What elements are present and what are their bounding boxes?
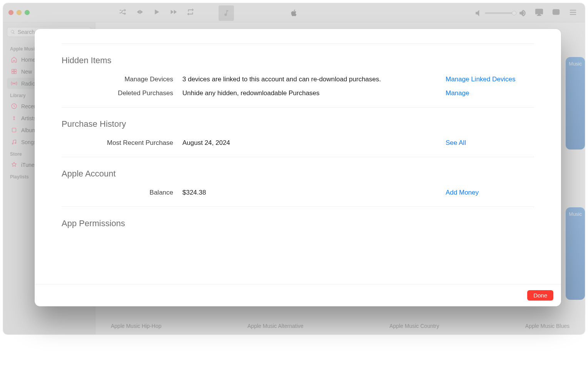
row-value: Unhide any hidden, redownloadable Purcha… [182, 89, 436, 97]
radio-card-2[interactable]: Music [566, 207, 585, 300]
sidebar-item-label: Radio [21, 81, 35, 87]
station-captions: Apple Music Hip-Hop Apple Music Alternat… [111, 323, 570, 329]
row-value: August 24, 2024 [182, 139, 436, 147]
radio-card-1[interactable]: Music [566, 57, 585, 150]
list-icon[interactable] [569, 8, 577, 18]
done-button[interactable]: Done [527, 290, 553, 301]
svg-rect-4 [14, 72, 16, 74]
svg-point-7 [13, 116, 15, 118]
volume-control[interactable] [474, 9, 526, 17]
svg-point-5 [13, 83, 15, 84]
svg-rect-8 [12, 128, 16, 132]
window-minimize-button[interactable] [17, 10, 22, 15]
playback-controls [119, 8, 195, 18]
account-settings-modal: Hidden Items Manage Devices 3 devices ar… [35, 29, 561, 306]
window-close-button[interactable] [8, 10, 13, 15]
station-subtitle: Apple Music Country [389, 323, 439, 329]
svg-point-9 [12, 143, 13, 144]
search-icon [10, 29, 15, 35]
svg-rect-0 [553, 10, 560, 15]
row-balance: Balance $324.38 Add Money [62, 186, 534, 200]
manage-hidden-purchases-link[interactable]: Manage [446, 89, 469, 97]
row-most-recent-purchase: Most Recent Purchase August 24, 2024 See… [62, 136, 534, 150]
window-zoom-button[interactable] [25, 10, 30, 15]
sidebar-item-label: Songs [21, 139, 37, 145]
row-label: Manage Devices [62, 76, 173, 83]
section-title-app-permissions: App Permissions [62, 218, 534, 229]
svg-rect-1 [12, 69, 14, 71]
sidebar-item-label: Home [21, 57, 35, 63]
see-all-purchases-link[interactable]: See All [446, 139, 466, 146]
station-subtitle: Apple Music Hip-Hop [111, 323, 162, 329]
right-toolbar [474, 8, 577, 18]
volume-slider[interactable] [485, 12, 516, 14]
svg-rect-2 [14, 69, 16, 71]
row-label: Balance [62, 189, 173, 197]
card-label: Music [569, 211, 582, 217]
row-value: $324.38 [182, 189, 436, 197]
add-money-link[interactable]: Add Money [446, 189, 479, 196]
shuffle-icon[interactable] [119, 8, 127, 18]
svg-point-10 [15, 143, 16, 144]
airplay-icon[interactable] [535, 8, 543, 18]
music-note-icon [222, 9, 230, 17]
manage-linked-devices-link[interactable]: Manage Linked Devices [446, 76, 515, 83]
sidebar-item-label: New [21, 69, 32, 75]
row-deleted-purchases: Deleted Purchases Unhide any hidden, red… [62, 86, 534, 100]
section-title-hidden-items: Hidden Items [62, 55, 534, 66]
row-label: Deleted Purchases [62, 89, 173, 97]
apple-logo-icon [290, 8, 298, 18]
row-manage-devices: Manage Devices 3 devices are linked to t… [62, 72, 534, 86]
section-title-apple-account: Apple Account [62, 169, 534, 179]
lyrics-icon[interactable] [552, 8, 560, 18]
modal-footer: Done [35, 284, 561, 306]
repeat-icon[interactable] [186, 8, 195, 18]
window-controls [8, 10, 30, 15]
next-track-icon[interactable] [169, 8, 178, 18]
station-subtitle: Apple Music Blues [525, 323, 570, 329]
row-value: 3 devices are linked to this account and… [182, 76, 436, 83]
card-label: Music [569, 61, 582, 67]
svg-rect-3 [12, 72, 14, 74]
previous-track-icon[interactable] [135, 8, 144, 18]
section-title-purchase-history: Purchase History [62, 119, 534, 129]
sidebar-item-label: Artists [21, 115, 36, 121]
station-subtitle: Apple Music Alternative [247, 323, 304, 329]
volume-low-icon [474, 9, 483, 17]
play-icon[interactable] [152, 8, 161, 18]
row-label: Most Recent Purchase [62, 139, 173, 147]
titlebar [3, 3, 585, 22]
volume-high-icon [518, 9, 526, 17]
now-playing-artwork [219, 5, 234, 21]
